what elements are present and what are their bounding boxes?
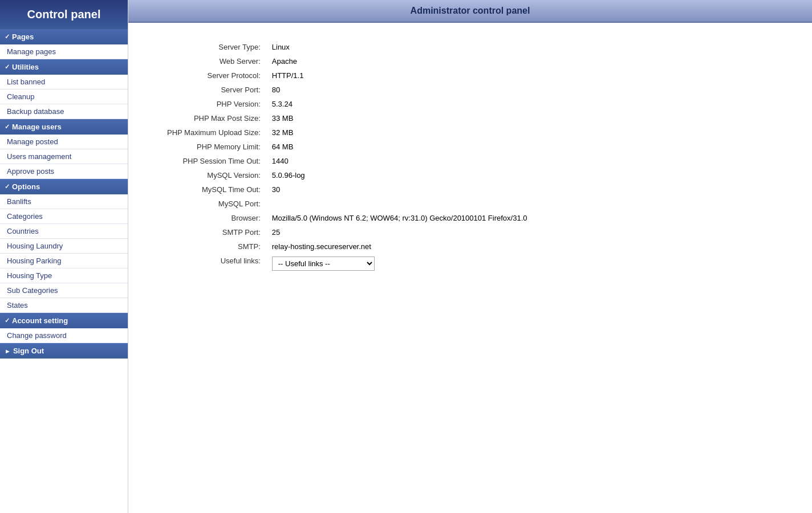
chevron-options-icon: ✓ [5,183,10,190]
info-label-7: PHP Memory Limit: [163,140,265,154]
sidebar-item-change-password[interactable]: Change password [0,328,128,343]
chevron-utilities-icon: ✓ [5,63,10,71]
info-label-11: MySQL Port: [163,197,265,211]
sidebar-item-countries[interactable]: Countries [0,224,128,239]
sidebar-section-utilities[interactable]: ✓ Utilities [0,59,128,75]
table-row: MySQL Version:5.0.96-log [163,168,532,182]
info-label-12: Browser: [163,211,265,225]
info-label-5: PHP Max Post Size: [163,111,265,125]
sign-out-section[interactable]: ► Sign Out [0,343,128,359]
table-row: Server Type:Linux [163,40,532,54]
sidebar-item-housing-laundry[interactable]: Housing Laundry [0,239,128,254]
sidebar-section-account-setting[interactable]: ✓ Account setting [0,313,128,328]
info-value-14: relay-hosting.secureserver.net [265,239,532,254]
sidebar-sections: ✓ PagesManage pages✓ UtilitiesList banne… [0,29,128,343]
sidebar-section-label-manage-users: Manage users [12,123,62,131]
chevron-pages-icon: ✓ [5,33,10,40]
sidebar-item-banlifts[interactable]: Banlifts [0,194,128,209]
sidebar-item-manage-pages[interactable]: Manage pages [0,44,128,59]
info-value-9: 5.0.96-log [265,168,532,182]
sidebar-item-housing-type[interactable]: Housing Type [0,268,128,283]
info-value-11 [265,197,532,211]
info-label-9: MySQL Version: [163,168,265,182]
sign-out-chevron-icon: ► [5,348,11,355]
info-table: Server Type:LinuxWeb Server:ApacheServer… [163,40,532,274]
info-value-4: 5.3.24 [265,97,532,111]
table-row: Useful links:-- Useful links -- [163,254,532,274]
chevron-manage-users-icon: ✓ [5,123,10,131]
table-row: Server Protocol:HTTP/1.1 [163,68,532,83]
info-value-0: Linux [265,40,532,54]
info-value-6: 32 MB [265,125,532,140]
info-label-3: Server Port: [163,83,265,97]
sign-out-label: Sign Out [13,347,44,355]
table-row: PHP Max Post Size:33 MB [163,111,532,125]
info-label-6: PHP Maximum Upload Size: [163,125,265,140]
table-row: PHP Memory Limit:64 MB [163,140,532,154]
sidebar-item-states[interactable]: States [0,298,128,313]
sidebar-item-manage-posted[interactable]: Manage posted [0,135,128,149]
chevron-account-setting-icon: ✓ [5,317,10,324]
useful-links-select[interactable]: -- Useful links -- [272,256,375,271]
sidebar-item-list-banned[interactable]: List banned [0,75,128,89]
info-label-2: Server Protocol: [163,68,265,83]
info-label-13: SMTP Port: [163,225,265,239]
table-row: PHP Version:5.3.24 [163,97,532,111]
sidebar-section-pages[interactable]: ✓ Pages [0,29,128,44]
main-header: Administrator control panel [128,0,812,23]
table-row: PHP Maximum Upload Size:32 MB [163,125,532,140]
info-value-10: 30 [265,182,532,197]
info-label-15: Useful links: [163,254,265,274]
sidebar-section-label-utilities: Utilities [12,63,39,71]
sidebar: Control panel ✓ PagesManage pages✓ Utili… [0,0,128,513]
table-row: SMTP:relay-hosting.secureserver.net [163,239,532,254]
table-row: Web Server:Apache [163,54,532,68]
info-label-4: PHP Version: [163,97,265,111]
main-panel: Administrator control panel Server Type:… [128,0,812,513]
info-value-1: Apache [265,54,532,68]
table-row: MySQL Port: [163,197,532,211]
sidebar-item-housing-parking[interactable]: Housing Parking [0,254,128,268]
info-value-8: 1440 [265,154,532,168]
info-label-14: SMTP: [163,239,265,254]
sidebar-section-label-pages: Pages [12,32,34,41]
info-value-12: Mozilla/5.0 (Windows NT 6.2; WOW64; rv:3… [265,211,532,225]
info-value-3: 80 [265,83,532,97]
info-label-0: Server Type: [163,40,265,54]
sidebar-section-label-account-setting: Account setting [12,316,68,325]
sidebar-item-cleanup[interactable]: Cleanup [0,89,128,104]
table-row: Server Port:80 [163,83,532,97]
info-value-5: 33 MB [265,111,532,125]
main-content: Server Type:LinuxWeb Server:ApacheServer… [128,23,812,291]
info-value-7: 64 MB [265,140,532,154]
table-row: SMTP Port:25 [163,225,532,239]
info-value-15: -- Useful links -- [265,254,532,274]
info-value-2: HTTP/1.1 [265,68,532,83]
table-row: Browser:Mozilla/5.0 (Windows NT 6.2; WOW… [163,211,532,225]
sidebar-item-backup-database[interactable]: Backup database [0,104,128,119]
sidebar-item-categories[interactable]: Categories [0,209,128,224]
sidebar-section-label-options: Options [12,182,40,191]
table-row: MySQL Time Out:30 [163,182,532,197]
sidebar-section-manage-users[interactable]: ✓ Manage users [0,119,128,135]
sidebar-item-users-management[interactable]: Users management [0,149,128,164]
sidebar-item-approve-posts[interactable]: Approve posts [0,164,128,179]
info-label-8: PHP Session Time Out: [163,154,265,168]
sidebar-item-sub-categories[interactable]: Sub Categories [0,283,128,298]
info-value-13: 25 [265,225,532,239]
info-label-10: MySQL Time Out: [163,182,265,197]
sidebar-section-options[interactable]: ✓ Options [0,179,128,194]
table-row: PHP Session Time Out:1440 [163,154,532,168]
sidebar-title: Control panel [0,0,128,29]
info-label-1: Web Server: [163,54,265,68]
